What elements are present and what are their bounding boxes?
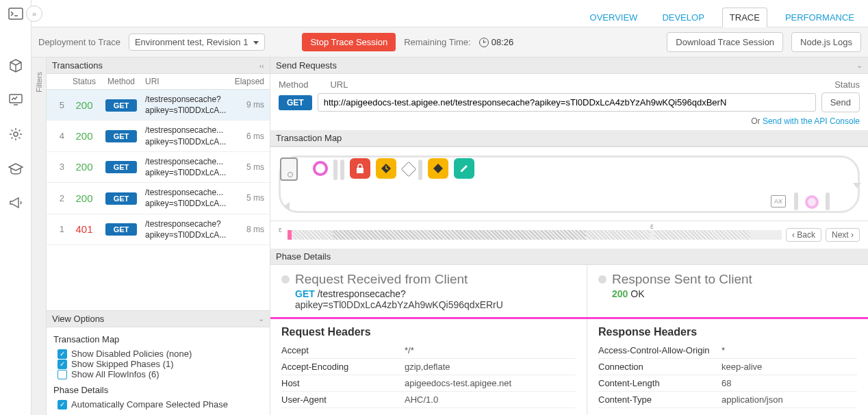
flow-bar — [340, 160, 344, 180]
api-console-link[interactable]: Send with the API Console — [763, 116, 860, 126]
phase-dot-icon — [598, 275, 607, 284]
method-pill: GET — [105, 192, 138, 205]
arrow-down-icon — [852, 180, 863, 191]
monitor-icon[interactable] — [8, 92, 24, 108]
phase-request-col: Request Received from Client GET /testre… — [270, 265, 587, 317]
tab-develop[interactable]: DEVELOP — [655, 8, 711, 27]
stop-trace-button[interactable]: Stop Trace Session — [302, 33, 396, 51]
phase-response-col: Response Sent to Client 200 OK — [587, 265, 868, 317]
url-input[interactable] — [318, 93, 816, 112]
svg-point-2 — [14, 132, 18, 136]
method-badge[interactable]: GET — [279, 95, 312, 110]
transaction-row[interactable]: 3200GET/testresponsecache...apikey=sTl0D… — [47, 152, 270, 183]
method-pill: GET — [105, 130, 138, 142]
send-requests-header: Send Requests ⌄ — [270, 58, 868, 74]
gear-icon[interactable] — [8, 126, 24, 142]
flow-bar — [418, 160, 422, 180]
transaction-row[interactable]: 5200GET/testresponsecache?apikey=sTl0DDx… — [47, 90, 270, 121]
flow-start-dot[interactable] — [313, 161, 328, 176]
transaction-row[interactable]: 4200GET/testresponsecache...apikey=sTl0D… — [47, 121, 270, 151]
timeline-next-button[interactable]: Next › — [826, 228, 860, 242]
analytics-icon[interactable]: AX — [771, 195, 786, 208]
header-row: Accept*/* — [281, 342, 576, 359]
box-icon[interactable] — [8, 58, 24, 74]
header-row: Content-Length68 — [598, 375, 857, 392]
view-options-phase-label: Phase Details — [53, 385, 263, 395]
remaining-time-value: 08:26 — [479, 37, 514, 47]
view-option-checkbox[interactable]: Show All FlowInfos (6) — [53, 369, 263, 379]
collapse-send-icon[interactable]: ⌄ — [856, 61, 863, 70]
graduation-icon[interactable] — [8, 160, 24, 177]
filters-strip[interactable]: Filters — [31, 58, 47, 415]
url-label: URL — [330, 79, 348, 90]
flow-bar — [794, 192, 798, 210]
view-option-checkbox[interactable]: ✓Show Disabled Policies (none) — [53, 349, 263, 359]
terminal-icon[interactable] — [8, 5, 24, 22]
assign-message-policy-icon[interactable] — [376, 158, 396, 179]
epsilon-left: ε — [279, 225, 282, 234]
epsilon-mid: ε — [650, 222, 654, 230]
header-row: Content-Typeapplication/json — [598, 392, 857, 408]
clock-icon — [479, 38, 489, 47]
method-pill: GET — [105, 99, 138, 112]
request-headers-title: Request Headers — [281, 326, 576, 338]
javascript-policy-icon[interactable] — [454, 158, 474, 179]
response-headers-title: Response Headers — [598, 326, 857, 338]
environment-picker[interactable]: Environment test, Revision 1 — [129, 34, 265, 51]
tab-trace[interactable]: TRACE — [722, 8, 767, 27]
arrow-left-icon — [281, 201, 292, 212]
transaction-row[interactable]: 2200GET/testresponsecache...apikey=sTl0D… — [47, 183, 270, 214]
send-button[interactable]: Send — [821, 92, 860, 112]
transaction-row[interactable]: 1401GET/testresponsecache?apikey=sTl0DDx… — [47, 214, 270, 245]
megaphone-icon[interactable] — [8, 194, 24, 211]
header-row: Hostapigeedocs-test.apigee.net — [281, 375, 576, 392]
svg-rect-0 — [9, 8, 23, 19]
header-row: Accept-Encodinggzip,deflate — [281, 359, 576, 375]
svg-rect-3 — [357, 168, 363, 173]
transaction-map-header: Transaction Map — [270, 130, 868, 147]
header-row: User-AgentAHC/1.0 — [281, 392, 576, 408]
transaction-map[interactable]: AX — [270, 147, 868, 221]
tab-performance[interactable]: PERFORMANCE — [778, 8, 861, 27]
assign-message-policy-icon[interactable] — [428, 158, 448, 179]
download-trace-button[interactable]: Download Trace Session — [667, 32, 783, 52]
flow-bar — [826, 192, 830, 210]
header-row: Access-Control-Allow-Origin* — [598, 342, 857, 359]
icon-sidebar — [0, 0, 31, 415]
tab-overview[interactable]: OVERVIEW — [583, 8, 645, 27]
view-option-checkbox[interactable]: ✓Show Skipped Phases (1) — [53, 359, 263, 369]
timeline-back-button[interactable]: ‹ Back — [786, 228, 821, 242]
transactions-header: Transactions ‹‹ — [47, 58, 270, 74]
method-label: Method — [279, 79, 308, 90]
api-console-link-row: Or Send with the API Console — [270, 116, 868, 130]
expand-sidebar-button[interactable]: » — [26, 5, 42, 22]
nodejs-logs-button[interactable]: Node.js Logs — [791, 32, 861, 52]
status-label: Status — [834, 79, 860, 90]
top-tabs: OVERVIEW DEVELOP TRACE PERFORMANCE — [31, 0, 868, 27]
phase-details-header: Phase Details — [270, 249, 868, 265]
method-pill: GET — [105, 161, 138, 173]
header-row: Connectionkeep-alive — [598, 359, 857, 375]
collapse-transactions-icon[interactable]: ‹‹ — [259, 62, 264, 70]
view-options-header: View Options ⌄ — [47, 311, 270, 327]
verify-apikey-policy-icon[interactable] — [350, 158, 370, 179]
timeline[interactable]: ε ε ‹ Back Next › — [270, 221, 868, 249]
collapse-view-options-icon[interactable]: ⌄ — [258, 314, 264, 323]
phase-dot-icon — [281, 275, 290, 284]
trace-toolbar: Deployment to Trace Environment test, Re… — [31, 27, 868, 58]
view-options-tmap-label: Transaction Map — [53, 334, 263, 344]
view-option-checkbox[interactable]: ✓Automatically Compare Selected Phase — [53, 399, 263, 410]
transactions-column-headers: Status Method URI Elapsed — [47, 74, 270, 90]
deploy-to-trace-label: Deployment to Trace — [38, 37, 120, 47]
method-pill: GET — [105, 223, 138, 236]
flow-bar — [333, 160, 337, 180]
client-icon[interactable] — [280, 158, 298, 181]
flow-end-dot[interactable] — [805, 195, 819, 209]
remaining-time-label: Remaining Time: — [404, 37, 471, 47]
